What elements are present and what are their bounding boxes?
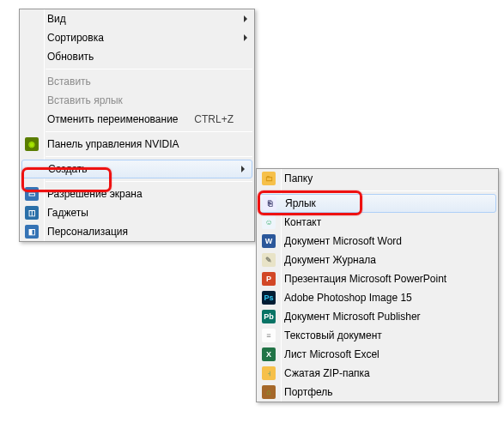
folder-icon: 🗀 xyxy=(262,172,276,185)
menu-item-nvidia[interactable]: ◉ Панель управления NVIDIA xyxy=(20,135,254,154)
menu-label: Создать xyxy=(48,163,88,175)
menu-item-view[interactable]: Вид xyxy=(20,9,254,28)
menu-label: Разрешение экрана xyxy=(47,188,143,200)
menu-label: Персонализация xyxy=(47,226,128,238)
menu-separator xyxy=(282,190,496,191)
menu-item-sort[interactable]: Сортировка xyxy=(20,28,254,47)
submenu-item-contact[interactable]: ☺Контакт xyxy=(257,213,498,232)
gadget-icon: ◫ xyxy=(25,206,39,220)
submenu-item-word[interactable]: WДокумент Microsoft Word xyxy=(257,232,498,251)
menu-label: Документ Журнала xyxy=(284,254,376,266)
create-submenu: 🗀Папку⎘Ярлык☺КонтактWДокумент Microsoft … xyxy=(256,168,499,402)
submenu-item-excel[interactable]: XЛист Microsoft Excel xyxy=(257,345,498,364)
submenu-item-folder[interactable]: 🗀Папку xyxy=(257,169,498,188)
menu-separator xyxy=(46,131,252,132)
menu-shortcut: CTRL+Z xyxy=(194,113,234,125)
menu-separator xyxy=(46,156,252,157)
pub-icon: Pb xyxy=(262,310,276,323)
menu-label: Гаджеты xyxy=(47,207,88,219)
menu-label: Панель управления NVIDIA xyxy=(47,138,179,150)
nvidia-icon: ◉ xyxy=(25,137,39,151)
menu-label: Вставить xyxy=(47,76,91,88)
submenu-item-ppt[interactable]: PПрезентация Microsoft PowerPoint xyxy=(257,269,498,288)
submenu-arrow-icon xyxy=(244,34,247,41)
menu-separator xyxy=(46,181,252,182)
excel-icon: X xyxy=(262,347,276,361)
menu-item-paste: Вставить xyxy=(20,72,254,91)
menu-label: Сортировка xyxy=(47,32,104,44)
submenu-item-pub[interactable]: PbДокумент Microsoft Publisher xyxy=(257,307,498,326)
menu-item-refresh[interactable]: Обновить xyxy=(20,47,254,66)
menu-item-personalize[interactable]: ◧ Персонализация xyxy=(20,222,254,241)
submenu-item-journal[interactable]: ✎Документ Журнала xyxy=(257,251,498,269)
journal-icon: ✎ xyxy=(262,253,276,267)
ps-icon: Ps xyxy=(262,291,276,305)
menu-item-create[interactable]: Создать xyxy=(21,160,252,178)
menu-label: Документ Microsoft Word xyxy=(284,235,402,247)
menu-label: Контакт xyxy=(284,216,321,228)
submenu-arrow-icon xyxy=(244,15,247,22)
menu-label: Отменить переименование xyxy=(47,113,179,125)
submenu-arrow-icon xyxy=(241,166,245,172)
submenu-item-shortcut[interactable]: ⎘Ярлык xyxy=(258,194,496,213)
menu-label: Сжатая ZIP-папка xyxy=(284,367,370,379)
contact-icon: ☺ xyxy=(262,215,276,229)
menu-item-undo-rename[interactable]: Отменить переименование CTRL+Z xyxy=(20,110,254,129)
menu-item-gadgets[interactable]: ◫ Гаджеты xyxy=(20,203,254,222)
personalize-icon: ◧ xyxy=(25,225,39,239)
submenu-item-briefcase[interactable]: ⌂Портфель xyxy=(257,383,498,402)
menu-label: Презентация Microsoft PowerPoint xyxy=(284,273,446,285)
txt-icon: ≡ xyxy=(262,329,276,342)
shortcut-icon: ⎘ xyxy=(263,196,276,210)
menu-label: Текстовый документ xyxy=(284,329,382,341)
menu-separator xyxy=(46,69,252,69)
briefcase-icon: ⌂ xyxy=(262,385,276,399)
menu-item-resolution[interactable]: ▭ Разрешение экрана xyxy=(20,184,254,203)
submenu-item-zip[interactable]: ⫞Сжатая ZIP-папка xyxy=(257,364,498,383)
menu-label: Ярлык xyxy=(285,197,316,209)
menu-item-paste-shortcut: Вставить ярлык xyxy=(20,91,254,110)
word-icon: W xyxy=(262,234,276,248)
monitor-icon: ▭ xyxy=(25,187,39,201)
menu-label: Вид xyxy=(47,13,66,25)
menu-label: Лист Microsoft Excel xyxy=(284,348,380,360)
menu-label: Adobe Photoshop Image 15 xyxy=(284,292,412,304)
menu-label: Портфель xyxy=(284,386,333,398)
submenu-item-txt[interactable]: ≡Текстовый документ xyxy=(257,326,498,345)
submenu-item-ps[interactable]: PsAdobe Photoshop Image 15 xyxy=(257,288,498,307)
ppt-icon: P xyxy=(262,272,276,286)
menu-label: Обновить xyxy=(47,51,94,63)
menu-label: Документ Microsoft Publisher xyxy=(284,311,421,323)
menu-label: Вставить ярлык xyxy=(47,94,123,106)
desktop-context-menu: Вид Сортировка Обновить Вставить Вставит… xyxy=(19,9,255,242)
menu-label: Папку xyxy=(284,172,313,184)
zip-icon: ⫞ xyxy=(262,366,276,380)
